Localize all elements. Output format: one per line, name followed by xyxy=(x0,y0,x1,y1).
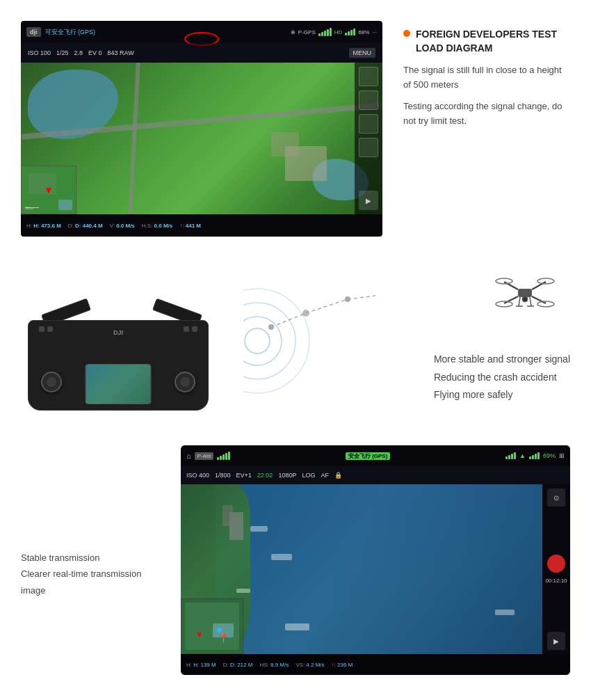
altitude-stat: ↑: 441 M xyxy=(179,223,201,229)
play-button[interactable]: ▶ xyxy=(359,191,378,210)
dji-logo-icon: dji xyxy=(26,27,41,37)
dock-structure-2 xyxy=(222,505,233,526)
ev-label: EV 0 xyxy=(88,49,102,56)
mode-label: P-GPS xyxy=(298,29,316,35)
dji2-iso: ISO 400 xyxy=(186,472,209,479)
svg-point-15 xyxy=(496,278,512,284)
hd-label: HD xyxy=(334,29,343,35)
hspeed-stat: H.S: 0.0 M/s xyxy=(142,223,172,229)
signal-bars-2 xyxy=(345,29,355,35)
middle-text-block: More stable and stronger signal Reducing… xyxy=(434,351,570,404)
svg-line-9 xyxy=(348,296,375,299)
svg-line-21 xyxy=(530,297,531,306)
section-title: FOREIGN DEVELOPERS TEST LOAD DIAGRAM xyxy=(403,28,570,55)
signal-text-2: Reducing the crash accident xyxy=(434,369,570,386)
bottom-text-2: Clearer real-time transmission image xyxy=(21,566,160,598)
controller-body: DJI xyxy=(28,320,209,411)
drone-screenshot-top: dji 可安全飞行 (GPS) ⊕ P-GPS HD xyxy=(21,21,382,237)
distance-stat: D: D: 440.4 M xyxy=(68,223,103,229)
dji2-timer: 00:12:10 xyxy=(545,578,567,584)
dji2-ev: EV+1 xyxy=(236,472,252,479)
signal-text-1: More stable and stronger signal xyxy=(434,351,570,368)
water-area xyxy=(216,484,542,654)
dji2-bottom-bar: H: H: 139 M D: D: 212 M HS: 8.9 M/s VS: … xyxy=(181,654,570,675)
dji2-shutter: 1/800 xyxy=(215,472,231,479)
signal-bars-bottom-3 xyxy=(529,452,540,459)
signal-waves-svg xyxy=(243,285,382,397)
home-icon: ⌂ xyxy=(186,452,191,460)
signal-bars xyxy=(318,28,332,36)
dji2-dist-stat: D: D: 212 M xyxy=(223,662,253,668)
dji2-mode-label: P-Atti xyxy=(195,452,214,460)
joystick-right xyxy=(175,372,195,392)
signal-area: More stable and stronger signal Reducing… xyxy=(243,264,570,417)
info-text-1: The signal is still full in close to a h… xyxy=(403,63,570,93)
dji-status-text: 可安全飞行 (GPS) xyxy=(45,28,96,37)
wb-label: 843 RAW xyxy=(108,49,134,56)
dji2-panel-btn-1[interactable]: ⊙ xyxy=(547,488,565,507)
svg-point-18 xyxy=(537,301,554,307)
right-info-panel: FOREIGN DEVELOPERS TEST LOAD DIAGRAM The… xyxy=(403,21,570,135)
top-section: dji 可安全飞行 (GPS) ⊕ P-GPS HD xyxy=(0,0,591,250)
height-stat: H: H: 473.6 M xyxy=(26,223,61,229)
ship-5 xyxy=(495,610,515,615)
svg-point-3 xyxy=(243,289,309,393)
minimap: ▼ 50m xyxy=(21,166,76,214)
menu-dots[interactable]: ··· xyxy=(372,29,377,35)
dji2-vspeed-stat: VS: 4.2 M/s xyxy=(296,662,324,668)
ship-2 xyxy=(271,554,292,560)
dji2-battery-icon: 69% xyxy=(543,452,556,459)
dji2-status-text: 安全飞行 (GPS) xyxy=(346,452,390,460)
panel-button-3[interactable] xyxy=(359,114,378,134)
dji2-height-stat: H: H: 139 M xyxy=(186,662,216,668)
section-heading: FOREIGN DEVELOPERS TEST LOAD DIAGRAM xyxy=(416,28,570,55)
menu-label[interactable]: MENU xyxy=(349,48,376,58)
ship-3 xyxy=(236,589,250,593)
bottom-text-area: Stable transmission Clearer real-time tr… xyxy=(21,445,160,598)
controller-area: DJI xyxy=(21,264,229,417)
svg-line-7 xyxy=(271,313,306,327)
dji2-right-panel: ⊙ 00:12:10 ▶ xyxy=(542,484,570,654)
dji2-record-button[interactable] xyxy=(547,555,565,573)
wifi-icon: ▲ xyxy=(519,452,526,459)
bottom-section: Stable transmission Clearer real-time tr… xyxy=(0,431,591,696)
dji-screen-top: dji 可安全飞行 (GPS) ⊕ P-GPS HD xyxy=(21,21,382,237)
panel-button-4[interactable] xyxy=(359,138,378,157)
button-row-left xyxy=(39,326,53,332)
dji-camera-bar: ISO 100 1/25 2.8 EV 0 843 RAW MENU xyxy=(21,43,382,63)
dji2-grid-icon: ⊞ xyxy=(559,452,565,459)
dji2-minimap: ▼ 📍 xyxy=(181,598,243,654)
phone-mount xyxy=(86,364,152,404)
dji2-log-label: LOG xyxy=(302,472,315,479)
dji2-panel-btn-2[interactable]: ▶ xyxy=(547,632,565,650)
dji-right-panel: ▶ xyxy=(355,63,382,214)
svg-point-0 xyxy=(245,328,270,353)
dji2-alt-stat: ↑: 236 M xyxy=(332,662,353,668)
button-row-right xyxy=(184,326,197,332)
dji2-res: 1080P xyxy=(278,472,296,479)
road-vertical xyxy=(128,63,140,214)
signal-text-3: Flying more safely xyxy=(434,386,570,404)
svg-point-16 xyxy=(537,278,554,284)
dji-topbar: dji 可安全飞行 (GPS) ⊕ P-GPS HD xyxy=(21,21,382,43)
dji2-rec-time: 22:02 xyxy=(257,472,273,479)
shutter-label: 1/25 xyxy=(56,49,69,56)
fstop-label: 2.8 xyxy=(74,49,83,56)
gps-icon: ⊕ xyxy=(291,29,296,35)
signal-bars-bottom-2 xyxy=(505,452,516,459)
dji2-af-label: AF xyxy=(321,472,329,479)
svg-line-8 xyxy=(306,299,348,313)
drone-illustration xyxy=(494,271,556,316)
svg-line-20 xyxy=(519,297,520,306)
ship-1 xyxy=(250,526,268,532)
dji-brand: DJI xyxy=(113,329,123,336)
dji2-camera-bar: ISO 400 1/800 EV+1 22:02 1080P LOG AF 🔒 xyxy=(181,466,570,484)
panel-button-1[interactable] xyxy=(359,67,378,86)
ship-4 xyxy=(285,623,309,630)
middle-section: DJI xyxy=(0,250,591,431)
bottom-text-1: Stable transmission xyxy=(21,550,160,566)
iso-label: ISO 100 xyxy=(28,49,51,56)
svg-point-1 xyxy=(243,317,282,365)
dji-bottom-bar: H: H: 473.6 M D: D: 440.4 M V: 0.0 M/s H… xyxy=(21,214,382,237)
panel-button-2[interactable] xyxy=(359,90,378,110)
